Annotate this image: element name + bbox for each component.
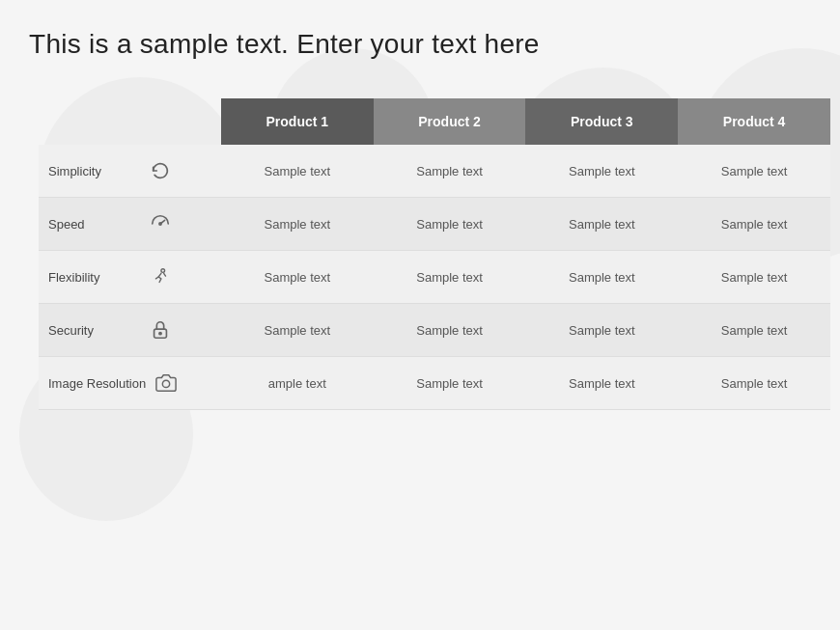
table-row: Simplicity Sample text Sample text Sampl…: [39, 145, 830, 198]
cell-imageresolution-p4: Sample text: [678, 357, 830, 410]
camera-icon: [154, 370, 179, 396]
comparison-table: Product 1 Product 2 Product 3 Product 4 …: [39, 98, 830, 410]
cell-security-p2: Sample text: [374, 304, 526, 357]
cell-speed-p4: Sample text: [678, 198, 830, 251]
speed-icon: [148, 211, 173, 236]
cell-speed-p3: Sample text: [525, 198, 678, 251]
row-label-flexibility: Flexibility: [39, 251, 221, 304]
cell-simplicity-p2: Sample text: [374, 145, 526, 198]
cell-security-p3: Sample text: [525, 304, 678, 357]
table-row: Image Resolution ample text Sample text …: [39, 357, 830, 410]
table-row: Flexibility Sample text: [39, 251, 830, 304]
header-product1: Product 1: [221, 98, 374, 145]
cell-security-p4: Sample text: [678, 304, 830, 357]
row-label-security: Security: [39, 304, 221, 357]
cell-flexibility-p1: Sample text: [221, 251, 374, 304]
cell-simplicity-p1: Sample text: [221, 145, 374, 198]
cell-imageresolution-p3: Sample text: [525, 357, 678, 410]
cell-flexibility-p4: Sample text: [678, 251, 830, 304]
cell-simplicity-p4: Sample text: [678, 145, 830, 198]
svg-point-5: [163, 380, 170, 387]
row-label-simplicity: Simplicity: [39, 145, 221, 198]
cell-security-p1: Sample text: [221, 304, 374, 357]
table-row: Speed Sample text Sample text Sample tex…: [39, 198, 830, 251]
svg-point-2: [161, 269, 165, 273]
lock-icon: [148, 317, 173, 342]
cell-imageresolution-p2: Sample text: [374, 357, 526, 410]
cell-simplicity-p3: Sample text: [525, 145, 678, 198]
cell-speed-p1: Sample text: [221, 198, 374, 251]
header-empty-cell: [39, 98, 221, 145]
header-product2: Product 2: [374, 98, 526, 145]
row-label-speed: Speed: [39, 198, 221, 251]
cell-flexibility-p3: Sample text: [525, 251, 678, 304]
cell-imageresolution-p1: ample text: [221, 357, 374, 410]
flexibility-icon: [148, 264, 173, 289]
svg-point-4: [159, 333, 161, 335]
svg-point-1: [159, 223, 161, 225]
refresh-icon: [148, 158, 173, 183]
table-row: Security Sample text Sample text Sample …: [39, 304, 830, 357]
header-product4: Product 4: [678, 98, 830, 145]
row-label-image-resolution: Image Resolution: [39, 357, 221, 410]
page-title: This is a sample text. Enter your text h…: [29, 29, 811, 60]
cell-flexibility-p2: Sample text: [374, 251, 526, 304]
header-product3: Product 3: [525, 98, 678, 145]
cell-speed-p2: Sample text: [374, 198, 526, 251]
